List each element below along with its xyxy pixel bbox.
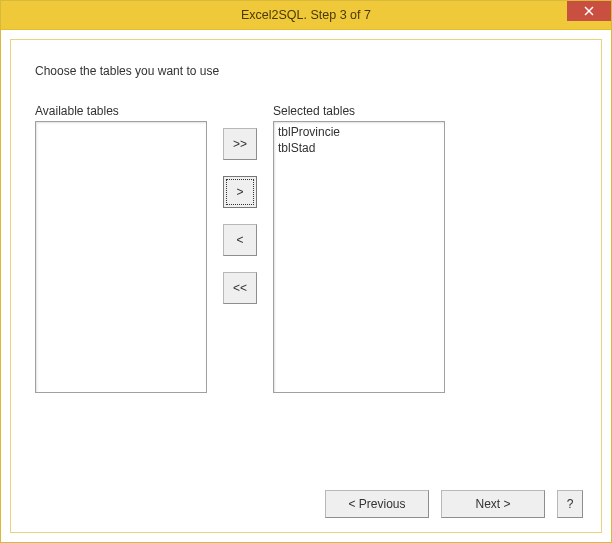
window-title: Excel2SQL. Step 3 of 7 [1, 8, 611, 22]
instruction-text: Choose the tables you want to use [35, 64, 577, 78]
move-right-button[interactable]: > [223, 176, 257, 208]
available-tables-listbox[interactable] [35, 121, 207, 393]
next-button[interactable]: Next > [441, 490, 545, 518]
wizard-footer: < Previous Next > ? [325, 490, 583, 518]
selected-column: Selected tables tblProvincietblStad [273, 104, 445, 393]
selected-label: Selected tables [273, 104, 445, 118]
titlebar: Excel2SQL. Step 3 of 7 [1, 1, 611, 30]
list-item[interactable]: tblStad [278, 140, 440, 156]
close-icon [584, 6, 594, 16]
available-column: Available tables [35, 104, 207, 393]
move-all-left-button[interactable]: << [223, 272, 257, 304]
selected-tables-listbox[interactable]: tblProvincietblStad [273, 121, 445, 393]
wizard-window: Excel2SQL. Step 3 of 7 Choose the tables… [0, 0, 612, 543]
move-left-button[interactable]: < [223, 224, 257, 256]
move-buttons-column: >> > < << [223, 104, 257, 304]
move-all-right-button[interactable]: >> [223, 128, 257, 160]
help-button[interactable]: ? [557, 490, 583, 518]
close-button[interactable] [567, 1, 611, 21]
list-item[interactable]: tblProvincie [278, 124, 440, 140]
available-label: Available tables [35, 104, 207, 118]
previous-button[interactable]: < Previous [325, 490, 429, 518]
tables-row: Available tables >> > < << Selected tabl… [35, 104, 577, 393]
content-panel: Choose the tables you want to use Availa… [10, 39, 602, 533]
